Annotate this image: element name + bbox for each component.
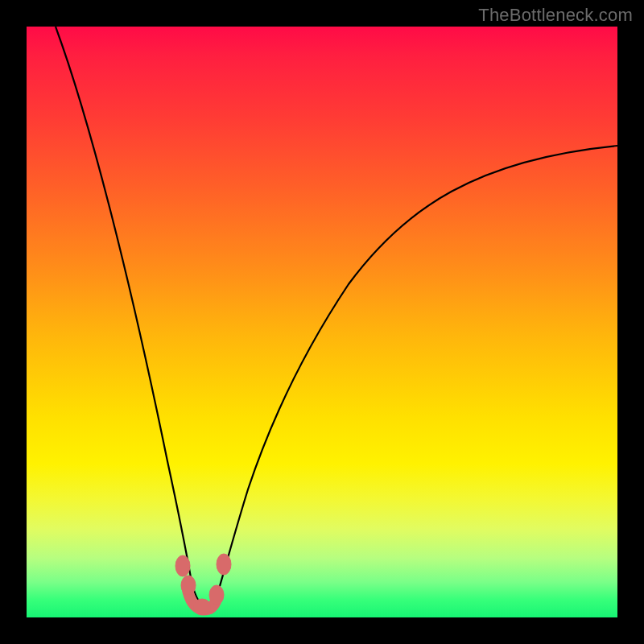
bottleneck-curve	[27, 27, 617, 617]
marker-bottom	[193, 599, 211, 615]
chart-frame: TheBottleneck.com	[0, 0, 644, 644]
marker-left	[175, 555, 190, 576]
trough-markers	[175, 554, 231, 615]
marker-left2	[181, 576, 196, 595]
marker-right	[217, 554, 231, 575]
curve-path	[56, 27, 617, 606]
watermark-text: TheBottleneck.com	[478, 5, 633, 26]
plot-area	[27, 27, 617, 617]
marker-right2	[209, 585, 224, 605]
